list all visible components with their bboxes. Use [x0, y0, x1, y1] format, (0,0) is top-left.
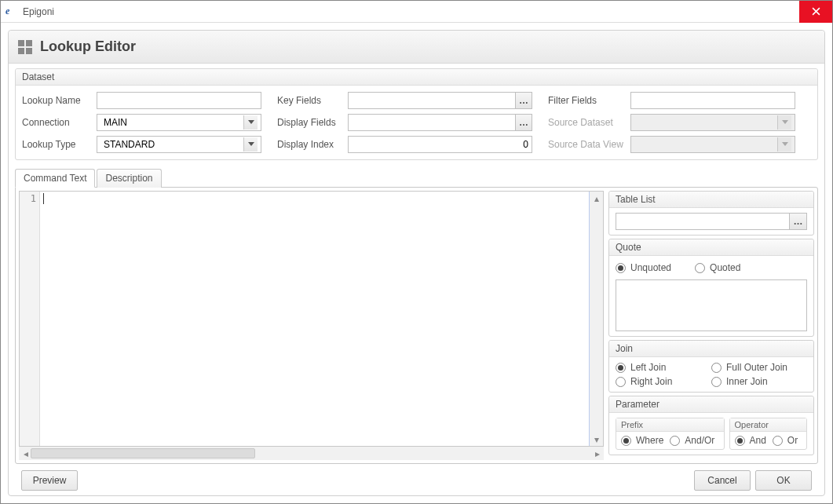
scroll-up-icon[interactable]: ▴ [591, 193, 601, 203]
chevron-down-icon[interactable] [243, 137, 258, 152]
table-list-group: Table List … [608, 191, 814, 236]
prefix-andor-radio[interactable]: And/Or [670, 435, 714, 446]
parameter-group: Parameter Prefix Where And/Or [608, 396, 814, 455]
quote-label: Quote [609, 239, 813, 256]
lookup-name-input[interactable] [97, 92, 261, 109]
chevron-down-icon [777, 115, 791, 130]
key-fields-label: Key Fields [277, 95, 348, 106]
tab-description[interactable]: Description [97, 169, 161, 188]
source-dataset-label: Source Dataset [548, 117, 630, 128]
editor-gutter: 1 [20, 192, 40, 446]
vertical-scrollbar[interactable]: ▴ ▾ [590, 192, 603, 446]
prefix-where-radio[interactable]: Where [621, 435, 663, 446]
side-panel: Table List … Quote [608, 191, 814, 460]
window-title: Epigoni [23, 6, 54, 17]
source-data-view-value [634, 137, 777, 152]
tabs: Command Text Description [15, 168, 818, 187]
preview-button[interactable]: Preview [21, 470, 78, 491]
join-full-radio[interactable]: Full Outer Join [711, 362, 807, 373]
connection-label: Connection [22, 117, 97, 128]
dataset-group-label: Dataset [16, 69, 817, 86]
client-area: Lookup Editor Dataset Lookup Name Key Fi… [1, 23, 832, 503]
main-panel: Lookup Editor Dataset Lookup Name Key Fi… [8, 30, 825, 496]
editor-content[interactable] [40, 192, 590, 446]
lookup-type-label: Lookup Type [22, 139, 97, 150]
join-right-radio[interactable]: Right Join [616, 376, 711, 387]
page-title: Lookup Editor [40, 38, 136, 55]
quote-unquoted-radio[interactable]: Unquoted [616, 262, 671, 273]
operator-subgroup: Operator And Or [729, 418, 808, 450]
display-fields-picker[interactable]: … [348, 114, 532, 131]
filter-fields-label: Filter Fields [548, 95, 630, 106]
lookup-type-value[interactable] [100, 137, 243, 152]
quote-text-area[interactable] [616, 279, 807, 331]
table-list-input[interactable] [616, 213, 790, 230]
quote-group: Quote Unquoted Quoted [608, 239, 814, 337]
dataset-group: Dataset Lookup Name Key Fields … [15, 68, 818, 160]
chevron-down-icon [777, 137, 791, 152]
display-fields-input[interactable] [348, 114, 515, 131]
source-data-view-combo [630, 136, 795, 153]
filter-fields-input[interactable] [630, 92, 795, 109]
prefix-subgroup: Prefix Where And/Or [616, 418, 725, 450]
source-dataset-value [634, 115, 777, 130]
source-dataset-combo [630, 114, 795, 131]
window-frame: e Epigoni Lookup Editor Dataset Lookup N… [0, 0, 833, 504]
table-list-browse-button[interactable]: … [790, 213, 807, 230]
table-list-picker[interactable]: … [616, 213, 807, 230]
app-icon: e [5, 5, 18, 18]
lookup-type-combo[interactable] [97, 136, 261, 153]
quote-quoted-radio[interactable]: Quoted [695, 262, 740, 273]
code-editor[interactable]: 1 ▴ ▾ [19, 191, 604, 447]
ok-button[interactable]: OK [755, 470, 812, 491]
key-fields-picker[interactable]: … [348, 92, 532, 109]
operator-or-radio[interactable]: Or [773, 435, 798, 446]
footer: Preview Cancel OK [15, 464, 818, 491]
display-index-label: Display Index [277, 139, 348, 150]
cancel-button[interactable]: Cancel [694, 470, 751, 491]
close-icon [812, 7, 820, 16]
join-inner-radio[interactable]: Inner Join [711, 376, 807, 387]
scroll-left-icon[interactable]: ◂ [20, 448, 31, 458]
lookup-editor-icon [18, 40, 32, 54]
chevron-down-icon[interactable] [243, 115, 258, 130]
scroll-right-icon[interactable]: ▸ [592, 448, 602, 458]
close-button[interactable] [799, 1, 832, 23]
panel-header: Lookup Editor [9, 31, 824, 64]
connection-value[interactable] [100, 115, 243, 130]
join-group: Join Left Join Full Outer Join Right Joi… [608, 340, 814, 393]
source-data-view-label: Source Data View [548, 139, 630, 150]
display-fields-label: Display Fields [277, 117, 348, 128]
scroll-thumb[interactable] [31, 448, 255, 458]
key-fields-input[interactable] [348, 92, 515, 109]
join-left-radio[interactable]: Left Join [616, 362, 711, 373]
display-fields-browse-button[interactable]: … [515, 114, 532, 131]
table-list-label: Table List [609, 192, 813, 208]
key-fields-browse-button[interactable]: … [515, 92, 532, 109]
titlebar: e Epigoni [1, 1, 832, 23]
content-area: Dataset Lookup Name Key Fields … [9, 64, 824, 491]
editor-column: 1 ▴ ▾ ◂ ▸ [19, 191, 604, 460]
lookup-name-label: Lookup Name [22, 95, 97, 106]
scroll-down-icon[interactable]: ▾ [591, 434, 601, 444]
line-number: 1 [31, 193, 36, 204]
operator-and-radio[interactable]: And [735, 435, 766, 446]
tab-body: 1 ▴ ▾ ◂ ▸ [15, 187, 818, 464]
join-label: Join [609, 341, 813, 357]
connection-combo[interactable] [97, 114, 261, 131]
dataset-form: Lookup Name Key Fields … Filter Fields [22, 92, 811, 153]
parameter-label: Parameter [609, 396, 813, 413]
display-index-input[interactable] [348, 136, 532, 153]
tab-command-text[interactable]: Command Text [15, 169, 95, 188]
operator-label: Operator [730, 418, 807, 432]
prefix-label: Prefix [616, 418, 724, 432]
horizontal-scrollbar[interactable]: ◂ ▸ [19, 447, 604, 460]
